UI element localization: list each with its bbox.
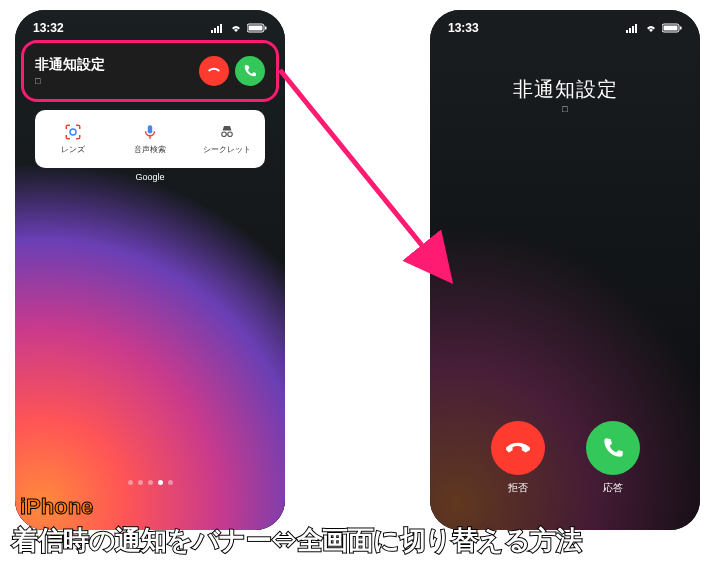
answer-button[interactable] xyxy=(235,56,265,86)
dot-active xyxy=(158,480,163,485)
wifi-icon xyxy=(229,23,243,33)
status-time: 13:33 xyxy=(448,21,479,35)
status-bar: 13:33 xyxy=(430,18,700,38)
svg-rect-5 xyxy=(249,26,263,31)
decline-button[interactable] xyxy=(199,56,229,86)
svg-line-19 xyxy=(280,70,450,280)
dot xyxy=(138,480,143,485)
mic-icon xyxy=(141,123,159,141)
call-action-row: 拒否 応答 xyxy=(430,421,700,495)
decline-button[interactable] xyxy=(491,421,545,475)
dot xyxy=(148,480,153,485)
svg-rect-8 xyxy=(148,125,153,133)
signal-icon xyxy=(626,23,640,33)
full-caller-sub: □ xyxy=(430,104,700,114)
signal-icon xyxy=(211,23,225,33)
widget-label: レンズ xyxy=(61,144,85,155)
fullscreen-call: 13:33 非通知設定 □ xyxy=(430,10,700,530)
decline-wrap: 拒否 xyxy=(491,421,545,495)
svg-point-10 xyxy=(227,132,232,137)
status-time: 13:32 xyxy=(33,21,64,35)
widget-item-lens[interactable]: レンズ xyxy=(35,123,112,155)
status-icons xyxy=(211,23,267,33)
caption-main: 着信時の通知をバナー⇔全画面に切り替える方法 xyxy=(12,523,581,558)
status-bar: 13:32 xyxy=(15,18,285,38)
svg-point-7 xyxy=(70,129,76,135)
answer-label: 応答 xyxy=(603,481,623,495)
phone-icon xyxy=(600,435,626,461)
widget-label: 音声検索 xyxy=(134,144,166,155)
svg-rect-18 xyxy=(680,27,682,30)
incoming-call-banner[interactable]: 非通知設定 □ xyxy=(25,43,275,99)
svg-rect-6 xyxy=(265,27,267,30)
google-widget[interactable]: レンズ 音声検索 シークレット xyxy=(35,110,265,168)
battery-icon xyxy=(247,23,267,33)
svg-rect-13 xyxy=(629,28,631,33)
decline-label: 拒否 xyxy=(508,481,528,495)
svg-rect-15 xyxy=(635,24,637,33)
caller-sub: □ xyxy=(35,76,193,86)
svg-rect-17 xyxy=(664,26,678,31)
phone-down-icon xyxy=(206,63,222,79)
svg-rect-2 xyxy=(217,26,219,33)
page-dots[interactable] xyxy=(15,480,285,485)
caller-name: 非通知設定 xyxy=(35,56,193,74)
answer-wrap: 応答 xyxy=(586,421,640,495)
svg-point-9 xyxy=(221,132,226,137)
phone-right: 13:33 非通知設定 □ xyxy=(430,10,700,530)
incognito-icon xyxy=(218,123,236,141)
widget-item-incognito[interactable]: シークレット xyxy=(188,123,265,155)
phone-down-icon xyxy=(505,435,531,461)
caller-info: 非通知設定 □ xyxy=(35,56,193,86)
svg-rect-3 xyxy=(220,24,222,33)
dot xyxy=(128,480,133,485)
dot xyxy=(168,480,173,485)
battery-icon xyxy=(662,23,682,33)
widget-item-voice[interactable]: 音声検索 xyxy=(112,123,189,155)
answer-button[interactable] xyxy=(586,421,640,475)
svg-rect-0 xyxy=(211,30,213,33)
widget-label: シークレット xyxy=(203,144,251,155)
svg-rect-14 xyxy=(632,26,634,33)
phone-left: 13:32 非通知設定 □ xyxy=(15,10,285,530)
full-caller-name: 非通知設定 xyxy=(430,76,700,103)
svg-rect-1 xyxy=(214,28,216,33)
widget-title: Google xyxy=(15,172,285,182)
caption-iphone: iPhone xyxy=(20,494,93,520)
phone-icon xyxy=(242,63,258,79)
status-icons xyxy=(626,23,682,33)
lens-icon xyxy=(64,123,82,141)
svg-rect-12 xyxy=(626,30,628,33)
wifi-icon xyxy=(644,23,658,33)
